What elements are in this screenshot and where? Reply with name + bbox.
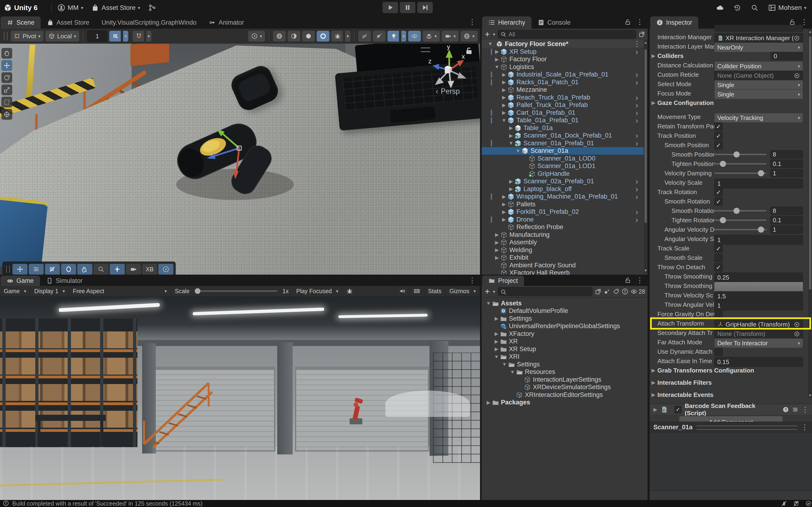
hierarchy-row[interactable]: ▶Wrapping_Machine_01a_Prefab_01› — [481, 193, 644, 201]
stats-button[interactable]: Stats — [424, 286, 446, 296]
dropdown-field[interactable]: NearOnly▾ — [714, 43, 803, 52]
object-field[interactable]: None (Game Object) — [714, 71, 803, 80]
slider-field[interactable]: 1 — [714, 226, 803, 233]
foldout-arrow[interactable]: ▼ — [485, 300, 492, 306]
text-field[interactable]: 0.25 — [714, 273, 803, 282]
scale-tool-button[interactable] — [1, 84, 12, 95]
open-window-icon[interactable] — [639, 31, 645, 38]
foldout-arrow[interactable]: ▶ — [500, 209, 507, 215]
tab-graph-window[interactable]: Unity.VisualScripting.GraphWindo — [95, 16, 203, 29]
aspect-dropdown[interactable]: Free Aspect▾ — [69, 286, 171, 296]
project-row[interactable]: DefaultVolumeProfile — [481, 307, 647, 315]
tab-scene[interactable]: Scene — [0, 16, 41, 29]
hierarchy-row[interactable]: ▶Pallets — [481, 201, 644, 208]
slider-thumb[interactable] — [758, 227, 764, 233]
create-button[interactable] — [484, 31, 491, 38]
slider-thumb[interactable] — [733, 208, 740, 214]
foldout-arrow[interactable]: ▼ — [509, 369, 516, 375]
lock-icon[interactable] — [624, 19, 631, 25]
checkbox[interactable] — [714, 348, 723, 356]
project-row[interactable]: XRInteractionEditorSettings — [481, 391, 647, 399]
tab-game[interactable]: Game — [0, 276, 40, 286]
slider-field[interactable]: 8 — [714, 207, 803, 215]
project-search[interactable] — [498, 287, 593, 296]
slider-field[interactable]: 0.1 — [714, 216, 803, 224]
object-picker-icon[interactable] — [794, 35, 800, 41]
slider-thumb[interactable] — [758, 170, 764, 176]
slider-field[interactable]: 0.1 — [714, 160, 803, 168]
foldout-arrow[interactable]: ▶ — [507, 186, 515, 192]
lock-icon[interactable] — [789, 19, 796, 25]
toolbar-drag-handle[interactable] — [4, 32, 7, 40]
hidden-count[interactable]: 28 — [630, 288, 645, 295]
hierarchy-row[interactable]: ▶Scanner_01a_Dock_Prefab_01› — [481, 132, 644, 139]
prefab-chevron[interactable]: › — [636, 132, 638, 139]
foldout-arrow[interactable]: ▼ — [515, 148, 522, 154]
foldout-arrow[interactable]: ▼ — [487, 41, 494, 47]
foldout-arrow[interactable]: ▼ — [500, 118, 507, 123]
hierarchy-row[interactable]: ▶Manufacturing — [481, 231, 644, 239]
dropdown-field[interactable]: Defer To Interactor▾ — [714, 338, 803, 348]
prefab-chevron[interactable]: › — [636, 71, 638, 78]
slider-value[interactable]: 0.1 — [770, 216, 803, 224]
account-menu[interactable]: MM ▾ — [57, 4, 83, 12]
project-row[interactable]: ▶Packages — [481, 399, 647, 406]
text-field[interactable]: 1 — [714, 235, 803, 245]
tab-project[interactable]: Project — [482, 276, 524, 286]
foldout-arrow[interactable]: ▶ — [500, 194, 507, 200]
rect-tool-button[interactable] — [1, 97, 12, 108]
frame-debugger-button[interactable] — [343, 286, 357, 296]
version-control-button[interactable] — [148, 4, 156, 12]
gizmos-button[interactable]: ▾ — [460, 31, 478, 42]
foldout-arrow[interactable]: ▶ — [500, 95, 507, 100]
slider-value[interactable]: 1 — [770, 225, 803, 234]
foldout-arrow[interactable]: ▶ — [500, 110, 507, 115]
project-row[interactable]: ▼XRI — [481, 353, 647, 361]
hierarchy-row[interactable]: ▼Table_01a_Prefab_01› — [481, 117, 644, 124]
foldout-arrow[interactable]: ▼ — [493, 354, 500, 359]
project-row[interactable]: ▶XFactory — [481, 330, 647, 338]
dropdown-field[interactable]: Velocity Tracking▾ — [714, 113, 803, 123]
gizmos-dropdown[interactable]: Gizmos▾ — [446, 286, 480, 296]
grid-size-field[interactable]: 1 — [87, 31, 107, 42]
pivot-mode-button[interactable]: Pivot▾ — [11, 31, 44, 42]
checkbox[interactable]: ✓ — [714, 188, 723, 196]
checkbox[interactable]: ✓ — [714, 132, 723, 140]
preview-header[interactable]: Scanner_01a ⋮ — [650, 421, 812, 433]
barcode-scanner-object[interactable] — [164, 100, 315, 222]
foldout-arrow[interactable]: ▶ — [493, 247, 500, 253]
project-row[interactable]: InteractionLayerSettings — [481, 376, 647, 384]
project-search-input[interactable] — [508, 288, 590, 295]
scene-menu-icon[interactable]: ⋮ — [633, 40, 641, 47]
overlay-properties-button[interactable] — [29, 264, 44, 275]
hierarchy-row[interactable]: ▶Reach_Truck_01a_Prefab› — [481, 94, 644, 101]
overlay-grid-button[interactable] — [45, 264, 60, 275]
preset-icon[interactable] — [792, 406, 799, 413]
slider-field[interactable]: 8 — [714, 151, 803, 158]
foldout-arrow[interactable]: ▼ — [493, 64, 500, 70]
hierarchy-row[interactable]: Ambient Factory Sound — [481, 262, 644, 269]
pane-menu-icon[interactable]: ⋮ — [636, 277, 643, 284]
project-row[interactable]: XRDeviceSimulatorSettings — [481, 384, 647, 391]
slider-track[interactable] — [714, 172, 766, 174]
slider-thumb[interactable] — [733, 151, 740, 158]
pane-menu-icon[interactable]: ⋮ — [636, 18, 643, 25]
move-tool-button[interactable] — [1, 60, 12, 71]
prefab-chevron[interactable]: › — [636, 177, 638, 185]
project-row[interactable]: ▶Settings — [481, 315, 647, 323]
open-window-icon[interactable] — [595, 288, 602, 295]
scale-slider[interactable]: Scale 1x — [171, 286, 293, 296]
inspector-scrollbar[interactable]: ▲ ▼ — [808, 29, 812, 398]
checkbox[interactable]: ✓ — [714, 122, 723, 131]
toggle-2d-button[interactable]: 2D — [358, 31, 371, 42]
slider-value[interactable]: 8 — [770, 207, 803, 215]
hierarchy-row[interactable]: ▶Pallet_Truck_01a_Prefab› — [481, 101, 644, 109]
foldout-arrow[interactable]: ▶ — [493, 240, 500, 245]
hierarchy-row[interactable]: ▶Mezzanine — [481, 86, 644, 94]
foldout-arrow[interactable]: ▶ — [507, 179, 515, 184]
foldout-arrow[interactable]: ▶ — [493, 57, 500, 62]
slider-track[interactable] — [714, 163, 766, 165]
dropdown-field[interactable]: Single▾ — [714, 90, 803, 99]
tab-simulator[interactable]: Simulator — [40, 276, 89, 286]
overlay-search-button[interactable] — [94, 264, 109, 275]
